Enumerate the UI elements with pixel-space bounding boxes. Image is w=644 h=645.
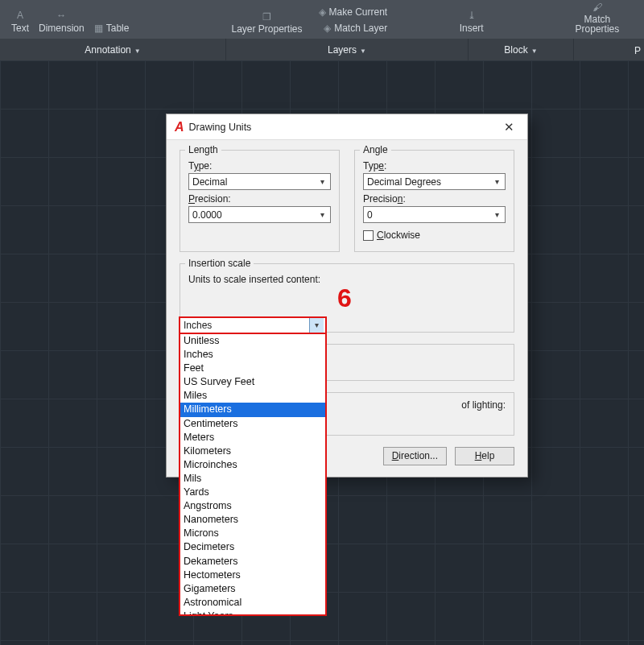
ribbon-group-labels: Annotation▼ Layers▼ Block▼ [0, 39, 644, 60]
make-current-icon: ◈ [319, 6, 326, 18]
insertion-units-option[interactable]: Kilometers [180, 444, 325, 458]
insertion-units-option[interactable]: Meters [180, 431, 325, 444]
dimension-icon: ↔ [56, 10, 66, 21]
insertion-units-option[interactable]: Gigameters [180, 582, 325, 596]
ribbon-tool-table[interactable]: ▦ Table [89, 21, 134, 35]
length-legend: Length [185, 144, 221, 155]
ribbon-tool-match-layer[interactable]: ◈ Match Layer [314, 21, 393, 35]
insertion-units-option[interactable]: Inches [180, 348, 325, 362]
separator [573, 39, 574, 60]
chevron-down-icon: ▾ [490, 177, 503, 186]
length-fieldset: Length Type: Decimal ▾ Precision: 0.0000… [180, 150, 340, 252]
length-type-label: Type: [188, 160, 331, 172]
chevron-down-icon: ▾ [490, 210, 503, 219]
close-button[interactable]: ✕ [497, 120, 521, 134]
insertion-units-dropdown-list[interactable]: UnitlessInchesFeetUS Survey FeetMilesMil… [179, 334, 327, 616]
autocad-logo-icon: A [175, 120, 184, 134]
ribbon-tool-make-current[interactable]: ◈ Make Current [314, 5, 393, 19]
chevron-down-icon: ▾ [316, 210, 328, 219]
ribbon-toolbar: A Text ↔ Dimension ▦ Table ❐ Layer Prope… [0, 0, 644, 39]
angle-fieldset: Angle Type: Decimal Degrees ▾ Precision:… [354, 150, 514, 252]
insert-icon: ⤓ [468, 10, 476, 21]
insertion-units-option[interactable]: Microinches [180, 458, 325, 472]
ribbon-tool-text[interactable]: A Text [6, 10, 34, 35]
chevron-down-icon: ▼ [134, 48, 141, 55]
dialog-title: Drawing Units [189, 122, 497, 133]
step-annotation-6: 6 [337, 283, 352, 313]
insertion-units-option[interactable]: Light Years [180, 610, 325, 616]
clockwise-checkbox[interactable]: Clockwise [363, 229, 420, 241]
insertion-units-option[interactable]: Microns [180, 527, 325, 540]
ribbon-tool-match-properties[interactable]: 🖌 Match Properties [557, 2, 638, 35]
insertion-units-option[interactable]: Yards [180, 486, 325, 499]
insertion-units-option[interactable]: Decimeters [180, 540, 325, 554]
angle-precision-label: Precision: [363, 193, 506, 205]
direction-button[interactable]: Direction... [383, 447, 447, 465]
insertion-units-option[interactable]: US Survey Feet [180, 375, 325, 389]
insertion-units-combo[interactable]: Inches ▾ [179, 316, 327, 334]
insertion-scale-legend: Insertion scale [185, 258, 254, 269]
insertion-units-option[interactable]: Mils [180, 472, 325, 486]
insertion-units-option[interactable]: Unitless [180, 334, 325, 348]
insertion-units-option[interactable]: Nanometers [180, 513, 325, 527]
insertion-units-option[interactable]: Miles [180, 389, 325, 403]
ribbon-group-annotation[interactable]: Annotation▼ [0, 44, 225, 56]
insertion-units-option[interactable]: Dekameters [180, 555, 325, 569]
insertion-units-option[interactable]: Centimeters [180, 417, 325, 431]
angle-type-combo[interactable]: Decimal Degrees ▾ [363, 173, 506, 190]
ribbon-group-block[interactable]: Block▼ [469, 44, 573, 56]
text-icon: A [17, 10, 23, 21]
ribbon-group-layers[interactable]: Layers▼ [226, 44, 468, 56]
insertion-units-option[interactable]: Angstroms [180, 499, 325, 513]
match-layer-icon: ◈ [324, 23, 331, 34]
help-button[interactable]: Help [455, 447, 514, 465]
chevron-down-icon: ▾ [316, 177, 328, 186]
match-props-icon: 🖌 [592, 2, 602, 13]
lighting-label-fragment: of lighting: [461, 399, 506, 411]
length-precision-label: Precision: [188, 193, 331, 205]
insertion-units-option[interactable]: Feet [180, 362, 325, 375]
angle-precision-combo[interactable]: 0 ▾ [363, 206, 506, 223]
chevron-down-icon: ▾ [309, 318, 324, 333]
ribbon-tool-insert[interactable]: ⤓ Insert [455, 10, 489, 35]
chevron-down-icon: ▼ [531, 48, 538, 55]
insertion-units-option[interactable]: Millimeters [180, 403, 325, 416]
layers-icon: ❐ [262, 11, 271, 23]
ribbon-tool-dimension[interactable]: ↔ Dimension [34, 10, 89, 35]
angle-type-label: Type: [363, 160, 506, 172]
chevron-down-icon: ▼ [360, 48, 366, 55]
table-icon: ▦ [94, 23, 103, 34]
insertion-units-option[interactable]: Astronomical [180, 596, 325, 610]
length-precision-combo[interactable]: 0.0000 ▾ [188, 206, 331, 223]
checkbox-icon [363, 230, 374, 241]
dialog-titlebar[interactable]: A Drawing Units ✕ [167, 114, 527, 140]
ribbon-group-partial-right: P [631, 42, 644, 60]
insertion-units-option[interactable]: Hectometers [180, 569, 325, 582]
angle-legend: Angle [360, 144, 391, 155]
length-type-combo[interactable]: Decimal ▾ [188, 173, 331, 190]
ribbon-tool-layer-properties[interactable]: ❐ Layer Properties [226, 11, 307, 35]
